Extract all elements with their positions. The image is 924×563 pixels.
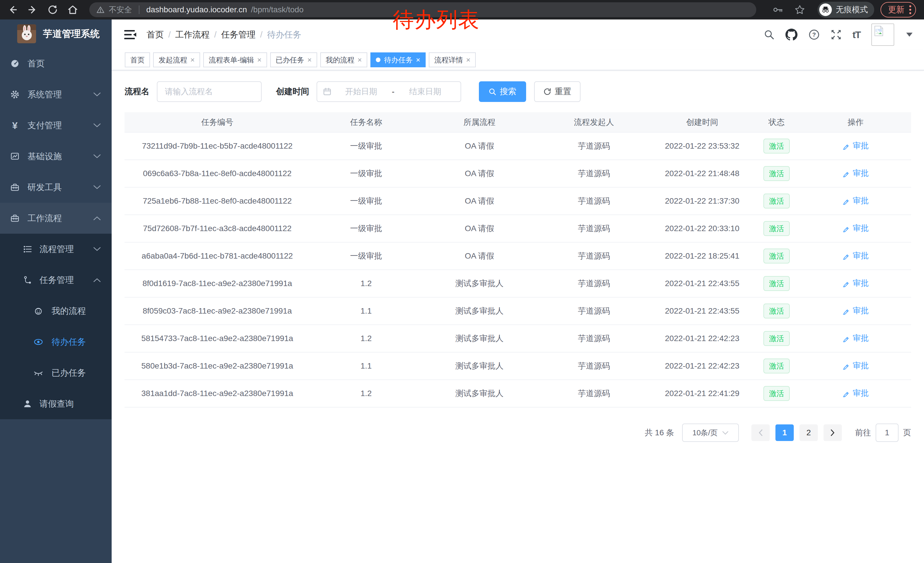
help-button[interactable]: ? [808,29,820,41]
tab-done-tasks[interactable]: 已办任务× [270,53,317,67]
url-divider [139,6,140,14]
github-link[interactable] [786,29,798,41]
cell-task-id: 069c6a63-7b8a-11ec-8ef0-acde48001122 [124,160,310,187]
sidebar-item-process-management[interactable]: 流程管理 [0,234,112,264]
breadcrumb-item[interactable]: 任务管理 [221,29,256,41]
approve-button[interactable]: 审批 [842,388,869,399]
tab-my-process[interactable]: 我的流程× [320,53,367,67]
chevron-down-icon [93,247,101,251]
sidebar-item-task-management[interactable]: 任务管理 [0,264,112,296]
approve-button[interactable]: 审批 [842,278,869,289]
sidebar-item-home[interactable]: 首页 [0,48,112,79]
approve-button[interactable]: 审批 [842,305,869,316]
cell-task-name: 1.2 [310,270,422,297]
approve-button[interactable]: 审批 [842,140,869,151]
browser-forward-button[interactable] [26,3,39,16]
fullscreen-button[interactable] [831,29,842,40]
avatar-dropdown-caret[interactable] [906,33,912,37]
sidebar-item-label: 系统管理 [27,89,62,101]
sidebar-logo[interactable]: 芋道管理系统 [0,20,112,48]
sidebar-item-my-process[interactable]: 我的流程 [0,296,112,326]
table-row: 75d72608-7b7f-11ec-a3c8-acde48001122 一级审… [124,215,911,242]
bookmark-star-button[interactable] [795,5,805,15]
browser-back-button[interactable] [6,3,19,16]
close-icon[interactable]: × [466,56,470,63]
browser-reload-button[interactable] [46,3,59,16]
table-row: 381aa1dd-7ac8-11ec-a9e2-a2380e71991a 1.2… [124,380,911,407]
page-2-button[interactable]: 2 [800,424,818,441]
goto-page: 前往 页 [855,423,911,442]
cell-process: OA 请假 [422,215,537,242]
close-icon[interactable]: × [190,56,195,63]
active-dot [376,57,380,62]
approve-button[interactable]: 审批 [842,333,869,344]
close-icon[interactable]: × [357,56,362,63]
column-header-task-name: 任务名称 [310,112,422,132]
cell-create-time: 2022-01-21 22:43:55 [651,270,753,297]
close-icon[interactable]: × [416,56,420,63]
cell-status: 激活 [753,297,800,325]
tab-process-form-edit[interactable]: 流程表单-编辑× [203,53,267,67]
sidebar-collapse-button[interactable] [124,30,136,40]
cell-task-id: 8f059c03-7ac8-11ec-a9e2-a2380e71991a [124,297,310,325]
approve-button[interactable]: 审批 [842,360,869,371]
reset-button[interactable]: 重置 [534,81,580,102]
page-unit-label: 页 [903,427,911,438]
cell-actions: 审批 [800,132,911,160]
page-1-button[interactable]: 1 [776,424,794,441]
goto-page-input[interactable] [876,423,898,442]
browser-home-button[interactable] [66,3,79,16]
broken-image-icon [873,25,885,37]
cell-status: 激活 [753,132,800,160]
sidebar-item-leave-query[interactable]: 请假查询 [0,388,112,419]
tab-start-process[interactable]: 发起流程× [153,53,200,67]
tab-process-detail[interactable]: 流程详情× [429,53,476,67]
chevron-down-icon [93,123,101,128]
search-button[interactable]: 搜索 [479,81,526,102]
approve-button[interactable]: 审批 [842,223,869,234]
process-name-input[interactable] [157,81,262,102]
sidebar-item-done-tasks[interactable]: 已办任务 [0,357,112,388]
cell-task-id: 725a1eb6-7b88-11ec-8ef0-acde48001122 [124,187,310,215]
breadcrumb-separator: / [168,30,171,39]
cell-create-time: 2022-01-21 22:42:23 [651,352,753,380]
approve-button[interactable]: 审批 [842,195,869,206]
breadcrumb-item[interactable]: 工作流程 [175,29,210,41]
cell-create-time: 2022-01-22 20:33:10 [651,215,753,242]
cell-task-name: 一级审批 [310,242,422,270]
browser-update-button[interactable]: 更新 [880,2,916,18]
tab-todo-tasks-active[interactable]: 待办任务× [370,53,426,67]
dashboard-icon [10,59,20,68]
tab-home[interactable]: 首页 [125,53,150,67]
cell-task-name: 1.2 [310,325,422,352]
cell-status: 激活 [753,352,800,380]
approve-button[interactable]: 审批 [842,250,869,261]
navbar-actions: ? tT [764,24,912,46]
edit-pencil-icon [842,170,850,177]
next-page-button[interactable] [824,424,842,441]
sidebar-item-label: 我的流程 [51,305,86,317]
approve-button[interactable]: 审批 [842,168,869,179]
table-row: 069c6a63-7b8a-11ec-8ef0-acde48001122 一级审… [124,160,911,187]
page-size-select[interactable]: 10条/页 [682,423,739,442]
password-key-button[interactable] [773,5,783,15]
breadcrumb-item[interactable]: 首页 [147,29,164,41]
column-header-task-id: 任务编号 [124,112,310,132]
sidebar-item-payment[interactable]: ¥ 支付管理 [0,110,112,141]
font-size-button[interactable]: tT [852,29,861,41]
avatar[interactable] [872,24,894,46]
sidebar-item-infrastructure[interactable]: 基础设施 [0,141,112,172]
incognito-badge: 无痕模式 [818,2,874,18]
header-search-button[interactable] [764,29,775,40]
sidebar-item-todo-tasks[interactable]: 待办任务 [0,326,112,357]
chevron-down-icon [93,93,101,97]
sidebar-item-devtools[interactable]: 研发工具 [0,172,112,203]
prev-page-button[interactable] [752,424,770,441]
sidebar-item-workflow[interactable]: 工作流程 [0,203,112,234]
close-icon[interactable]: × [308,56,312,63]
date-range-picker[interactable]: 开始日期 - 结束日期 [316,81,461,102]
cell-starter: 芋道源码 [537,160,651,187]
closed-eye-icon [33,368,44,377]
close-icon[interactable]: × [257,56,262,63]
sidebar-item-system[interactable]: 系统管理 [0,79,112,110]
